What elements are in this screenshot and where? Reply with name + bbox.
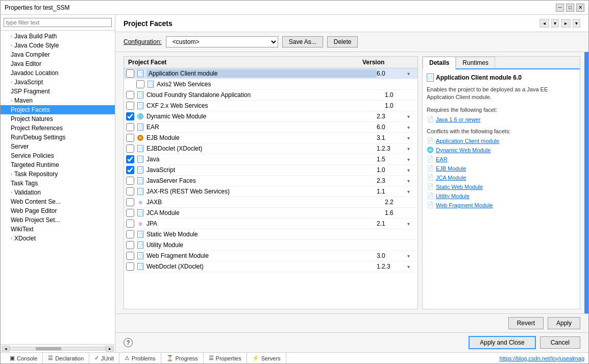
sidebar-item-validation[interactable]: › Validation (1, 188, 115, 197)
apply-button[interactable]: Apply (548, 317, 580, 329)
table-row[interactable]: 📄 WebDoclet (XDoclet) 1.2.3 ▾ (124, 261, 418, 272)
table-row[interactable]: 📄 CXF 2.x Web Services 1.0 (124, 101, 418, 111)
facet-checkbox[interactable] (126, 155, 134, 163)
table-row[interactable]: 📄 Cloud Foundry Standalone Application 1… (124, 90, 418, 101)
facet-checkbox[interactable] (126, 102, 134, 110)
table-row[interactable]: 📄 Application Client module 6.0 ▾ (124, 68, 418, 79)
status-tab-servers[interactable]: ⚡ Servers (247, 353, 286, 363)
version-dropdown-icon[interactable]: ▾ (407, 178, 415, 184)
status-url[interactable]: https://blog.csdn.net/loy/usealmag (500, 355, 584, 361)
version-dropdown-icon[interactable]: ▾ (407, 71, 415, 77)
tab-details[interactable]: Details (423, 57, 456, 69)
version-dropdown-icon[interactable]: ▾ (407, 146, 415, 152)
status-tab-progress[interactable]: ⏳ Progress (161, 353, 204, 363)
table-row[interactable]: ⊕ JPA 2.1 ▾ (124, 219, 418, 229)
detail-link[interactable]: Application Client module (436, 138, 499, 144)
sidebar-item-project-references[interactable]: Project References (1, 124, 115, 133)
sidebar-item-java-code-style[interactable]: › Java Code Style (1, 41, 115, 50)
sidebar-item-wikitext[interactable]: WikiText (1, 225, 115, 234)
table-row[interactable]: ⚙ EJB Module 3.1 ▾ (124, 133, 418, 143)
facet-checkbox[interactable] (126, 177, 134, 185)
sidebar-item-javascript[interactable]: › JavaScript (1, 78, 115, 87)
status-tab-declaration[interactable]: ☰ Declaration (43, 353, 89, 363)
table-row[interactable]: 📄 Utility Module (124, 240, 418, 251)
forward-btn[interactable]: ▸ (561, 19, 571, 28)
status-tab-properties[interactable]: ☰ Properties (204, 353, 247, 363)
sidebar-item-jsp-fragment[interactable]: JSP Fragment (1, 87, 115, 96)
close-btn[interactable]: ✕ (576, 4, 584, 12)
table-row[interactable]: 📄 Axis2 Web Services (124, 79, 418, 90)
sidebar-item-web-project-set[interactable]: Web Project Set... (1, 215, 115, 225)
facet-checkbox[interactable] (136, 80, 144, 88)
sidebar-item-project-natures[interactable]: Project Natures (1, 114, 115, 124)
version-dropdown-icon[interactable]: ▾ (407, 221, 415, 227)
sidebar-item-task-repository[interactable]: › Task Repository (1, 169, 115, 179)
sidebar-item-java-compiler[interactable]: Java Compiler (1, 50, 115, 59)
table-row[interactable]: 📄 JavaScript 1.0 ▾ (124, 165, 418, 176)
sidebar-item-javadoc-location[interactable]: Javadoc Location (1, 68, 115, 78)
detail-link[interactable]: Dynamic Web Module (436, 147, 490, 153)
sidebar-item-web-page-editor[interactable]: Web Page Editor (1, 206, 115, 215)
detail-link[interactable]: Utility Module (436, 193, 470, 199)
facet-checkbox[interactable] (126, 187, 134, 196)
table-row[interactable]: 📄 EAR 6.0 ▾ (124, 122, 418, 133)
facet-checkbox[interactable] (126, 252, 134, 260)
facet-checkbox[interactable] (126, 134, 134, 142)
detail-link[interactable]: EAR (436, 156, 448, 162)
facet-checkbox[interactable] (126, 230, 134, 238)
cancel-button[interactable]: Cancel (540, 336, 580, 349)
detail-link[interactable]: Static Web Module (436, 184, 483, 190)
sidebar-filter-input[interactable] (4, 18, 112, 27)
facet-checkbox[interactable] (126, 69, 134, 78)
table-row[interactable]: ⊕ JAXB 2.2 (124, 197, 418, 208)
version-dropdown-icon[interactable]: ▾ (407, 167, 415, 173)
sidebar-item-server[interactable]: Server (1, 142, 115, 151)
table-row[interactable]: 📄 JCA Module 1.6 (124, 208, 418, 219)
right-scrollbar[interactable] (584, 52, 588, 313)
table-row[interactable]: 🌐 Dynamic Web Module 2.3 ▾ (124, 111, 418, 122)
status-tab-console[interactable]: ▣ Console (5, 353, 43, 363)
version-dropdown-icon[interactable]: ▾ (407, 125, 415, 130)
dropdown-btn[interactable]: ▾ (551, 19, 559, 28)
save-as-button[interactable]: Save As... (282, 36, 323, 47)
sidebar-item-java-build-path[interactable]: › Java Build Path (1, 32, 115, 41)
sidebar-item-project-facets[interactable]: Project Facets (1, 105, 115, 114)
back-btn[interactable]: ◂ (539, 19, 549, 28)
facet-checkbox[interactable] (126, 220, 134, 228)
maximize-btn[interactable]: □ (566, 4, 574, 12)
table-row[interactable]: 📄 JAX-RS (REST Web Services) 1.1 ▾ (124, 186, 418, 197)
tab-runtimes[interactable]: Runtimes (456, 57, 495, 68)
version-dropdown-icon[interactable]: ▾ (407, 157, 415, 162)
facet-checkbox[interactable] (126, 123, 134, 131)
sidebar-item-web-content-se[interactable]: Web Content Se... (1, 197, 115, 206)
detail-link[interactable]: Web Fragment Module (436, 202, 493, 208)
detail-link[interactable]: Java 1.6 or newer (436, 116, 480, 123)
table-row[interactable]: 📄 Static Web Module (124, 229, 418, 240)
sidebar-item-task-tags[interactable]: Task Tags (1, 179, 115, 188)
revert-button[interactable]: Revert (508, 317, 544, 329)
version-dropdown-icon[interactable]: ▾ (407, 189, 415, 195)
scroll-right-btn[interactable]: ▸ (106, 346, 114, 352)
status-tab-problems[interactable]: ⚠ Problems (119, 353, 161, 363)
version-dropdown-icon[interactable]: ▾ (407, 253, 415, 259)
status-tab-junit[interactable]: ✓ JUnit (89, 353, 119, 363)
forward-dropdown-btn[interactable]: ▾ (573, 19, 580, 28)
facet-checkbox[interactable] (126, 241, 134, 249)
version-dropdown-icon[interactable]: ▾ (407, 114, 415, 119)
table-row[interactable]: 📄 Java 1.5 ▾ (124, 154, 418, 165)
facet-checkbox[interactable] (126, 198, 134, 206)
facet-checkbox[interactable] (126, 262, 134, 271)
facet-checkbox[interactable] (126, 91, 134, 99)
sidebar-item-maven[interactable]: › Maven (1, 96, 115, 105)
sidebar-item-service-policies[interactable]: Service Policies (1, 151, 115, 160)
facet-checkbox[interactable] (126, 166, 134, 174)
facet-checkbox[interactable] (126, 144, 134, 153)
sidebar-item-targeted-runtime[interactable]: Targeted Runtime (1, 160, 115, 169)
facet-checkbox[interactable] (126, 209, 134, 217)
sidebar-item-java-editor[interactable]: Java Editor (1, 59, 115, 68)
table-row[interactable]: 📄 EJBDoclet (XDoclet) 1.2.3 ▾ (124, 143, 418, 154)
help-icon[interactable]: ? (124, 338, 133, 347)
version-dropdown-icon[interactable]: ▾ (407, 135, 415, 141)
delete-button[interactable]: Delete (327, 36, 358, 47)
detail-link[interactable]: EJB Module (436, 165, 466, 172)
